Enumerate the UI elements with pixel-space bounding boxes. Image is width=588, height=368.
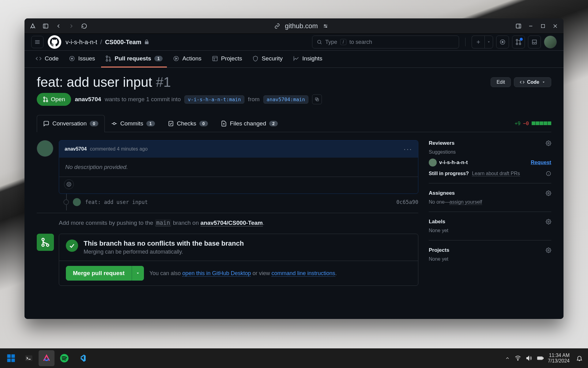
pr-tab-files[interactable]: Files changed 2 bbox=[214, 115, 284, 132]
breadcrumb: v-i-s-h-a-n-t / CS000-Team bbox=[66, 39, 149, 46]
svg-rect-61 bbox=[7, 358, 11, 362]
vscode-app[interactable] bbox=[74, 350, 90, 366]
address-bar[interactable]: github.com bbox=[92, 22, 510, 30]
comment-header: anav5704 commented 4 minutes ago ··· bbox=[59, 140, 418, 158]
svg-point-23 bbox=[519, 43, 521, 45]
pulls-global-button[interactable] bbox=[512, 36, 525, 48]
merge-options-caret[interactable] bbox=[132, 266, 144, 281]
tab-actions[interactable]: Actions bbox=[169, 51, 205, 67]
repo-name-link[interactable]: CS000-Team bbox=[105, 39, 141, 46]
create-new-button[interactable] bbox=[472, 36, 484, 48]
comment-menu-button[interactable]: ··· bbox=[404, 145, 413, 153]
terminal-app[interactable] bbox=[21, 350, 37, 366]
draft-pr-link[interactable]: Learn about draft PRs bbox=[472, 171, 520, 176]
file-diff-icon bbox=[221, 121, 227, 127]
svg-point-15 bbox=[318, 40, 321, 44]
split-view-icon[interactable] bbox=[514, 21, 523, 31]
svg-point-21 bbox=[516, 39, 518, 41]
check-circle-icon bbox=[66, 240, 78, 252]
svg-point-26 bbox=[106, 56, 108, 57]
arc-logo-icon[interactable] bbox=[28, 21, 37, 31]
assignees-gear-icon[interactable] bbox=[546, 190, 551, 196]
smiley-icon bbox=[66, 182, 72, 187]
projects-gear-icon[interactable] bbox=[546, 247, 551, 253]
spotify-app[interactable] bbox=[56, 350, 72, 366]
author-avatar[interactable] bbox=[37, 140, 53, 157]
forward-button[interactable] bbox=[67, 21, 76, 31]
tab-pull-requests[interactable]: Pull requests 1 bbox=[101, 51, 167, 67]
inbox-button[interactable] bbox=[528, 36, 541, 48]
commit-icon bbox=[111, 121, 117, 127]
hamburger-menu[interactable] bbox=[31, 36, 43, 48]
maximize-button[interactable] bbox=[538, 21, 548, 31]
wifi-icon[interactable] bbox=[515, 355, 521, 361]
user-avatar[interactable] bbox=[544, 36, 557, 48]
commit-message[interactable]: feat: add user input bbox=[85, 199, 148, 205]
repo-nav: Code Issues Pull requests 1 Actions Proj… bbox=[24, 51, 564, 68]
add-reaction-button[interactable] bbox=[64, 179, 74, 189]
reviewers-gear-icon[interactable] bbox=[546, 140, 551, 146]
search-input[interactable]: Type / to search bbox=[312, 36, 459, 48]
notifications-button[interactable] bbox=[574, 355, 585, 362]
windows-taskbar: 11:34 AM 7/13/2024 bbox=[0, 348, 588, 368]
pull-request-icon bbox=[43, 97, 48, 102]
commit-sha[interactable]: 0c65a90 bbox=[396, 199, 418, 205]
browser-window: github.com v-i-s-h-a-n-t bbox=[24, 18, 564, 319]
assign-yourself-link[interactable]: assign yourself bbox=[450, 199, 482, 205]
close-button[interactable] bbox=[551, 21, 560, 31]
suggested-reviewer-avatar[interactable] bbox=[429, 159, 437, 167]
push-hint: Add more commits by pushing to the main … bbox=[59, 219, 418, 226]
pr-title: feat: add user input #1 bbox=[37, 75, 171, 90]
pr-author-link[interactable]: anav5704 bbox=[75, 96, 101, 102]
svg-point-27 bbox=[106, 60, 108, 61]
comment-author[interactable]: anav5704 bbox=[65, 146, 87, 151]
github-logo-icon[interactable] bbox=[48, 35, 61, 49]
chevron-up-icon[interactable] bbox=[505, 356, 510, 361]
svg-rect-43 bbox=[169, 121, 173, 126]
code-dropdown-button[interactable]: Code bbox=[514, 77, 551, 87]
pr-tab-commits[interactable]: Commits 1 bbox=[105, 115, 161, 132]
start-button[interactable] bbox=[3, 350, 19, 366]
suggested-reviewer-name[interactable]: v-i-s-h-a-n-t bbox=[439, 159, 468, 166]
pr-tab-checks[interactable]: Checks 0 bbox=[161, 115, 214, 132]
hint-branch: main bbox=[155, 219, 172, 226]
cli-instructions-link[interactable]: command line instructions bbox=[272, 270, 335, 277]
base-branch-chip[interactable]: v-i-s-h-a-n-t:main bbox=[184, 95, 244, 104]
pr-tab-conversation[interactable]: Conversation 0 bbox=[37, 115, 105, 132]
hint-repo-link[interactable]: anav5704/CS000-Team bbox=[201, 220, 263, 226]
edit-button[interactable]: Edit bbox=[491, 77, 511, 87]
copy-branch-button[interactable] bbox=[312, 94, 322, 104]
tune-icon[interactable] bbox=[323, 23, 328, 29]
tab-code[interactable]: Code bbox=[31, 51, 63, 67]
tab-issues[interactable]: Issues bbox=[65, 51, 99, 67]
back-button[interactable] bbox=[54, 21, 63, 31]
commit-author-avatar[interactable] bbox=[73, 198, 81, 206]
create-new-caret[interactable] bbox=[484, 36, 493, 48]
browser-title-bar: github.com bbox=[24, 18, 564, 34]
repo-owner-link[interactable]: v-i-s-h-a-n-t bbox=[66, 39, 97, 46]
open-desktop-link[interactable]: open this in GitHub Desktop bbox=[182, 270, 251, 277]
merge-pull-request-button[interactable]: Merge pull request bbox=[66, 266, 132, 281]
labels-gear-icon[interactable] bbox=[546, 219, 551, 224]
svg-rect-0 bbox=[43, 24, 48, 28]
checklist-icon bbox=[168, 121, 174, 127]
head-branch-chip[interactable]: anav5704:main bbox=[263, 95, 308, 104]
tab-insights[interactable]: Insights bbox=[289, 51, 326, 67]
taskbar-clock[interactable]: 11:34 AM 7/13/2024 bbox=[548, 353, 570, 363]
svg-point-25 bbox=[71, 58, 73, 59]
link-icon bbox=[274, 23, 280, 29]
sidebar-toggle-icon[interactable] bbox=[41, 21, 50, 31]
minimize-button[interactable] bbox=[526, 21, 535, 31]
status-badge: Open bbox=[37, 93, 71, 106]
request-review-link[interactable]: Request bbox=[531, 159, 551, 166]
arc-app[interactable] bbox=[39, 350, 55, 366]
info-icon[interactable] bbox=[546, 171, 551, 176]
battery-icon[interactable] bbox=[537, 355, 544, 362]
reload-button[interactable] bbox=[80, 21, 89, 31]
issues-global-button[interactable] bbox=[496, 36, 509, 48]
tab-security[interactable]: Security bbox=[248, 51, 287, 67]
system-tray[interactable] bbox=[505, 355, 544, 362]
svg-rect-31 bbox=[213, 56, 217, 61]
tab-projects[interactable]: Projects bbox=[208, 51, 247, 67]
volume-icon[interactable] bbox=[526, 355, 532, 361]
